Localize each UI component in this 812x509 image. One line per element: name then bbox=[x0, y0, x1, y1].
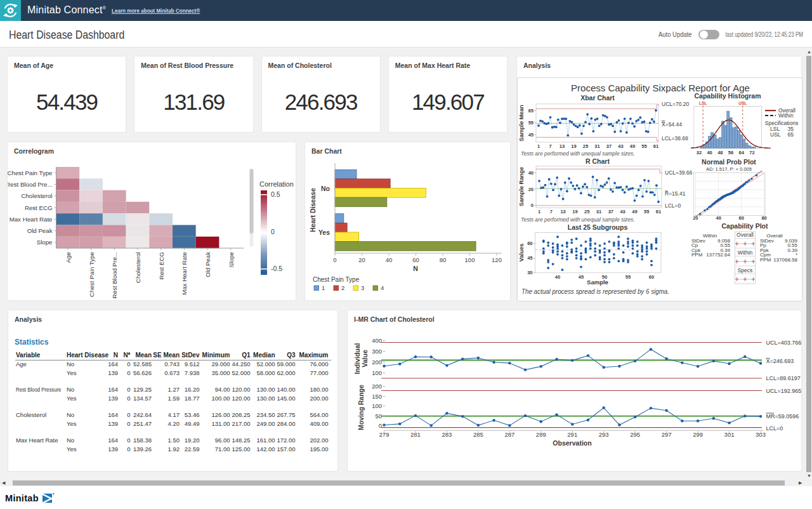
svg-text:100: 100 bbox=[372, 402, 382, 409]
svg-text:1: 1 bbox=[538, 209, 540, 215]
svg-text:283: 283 bbox=[442, 431, 452, 438]
svg-text:400: 400 bbox=[372, 337, 382, 344]
svg-text:Minitab: Minitab bbox=[5, 493, 39, 503]
svg-text:20: 20 bbox=[528, 187, 534, 192]
svg-text:100: 100 bbox=[372, 369, 382, 376]
svg-text:285: 285 bbox=[473, 431, 483, 438]
svg-text:X=54.44: X=54.44 bbox=[662, 121, 682, 128]
svg-text:PPM: PPM bbox=[760, 257, 771, 263]
svg-text:299: 299 bbox=[693, 431, 703, 438]
svg-text:UCL=403.766: UCL=403.766 bbox=[766, 340, 802, 346]
svg-text:303: 303 bbox=[756, 431, 766, 438]
svg-text:PPM: PPM bbox=[691, 252, 703, 258]
svg-text:N: N bbox=[413, 265, 418, 272]
svg-text:1: 1 bbox=[537, 143, 540, 149]
svg-text:65: 65 bbox=[788, 131, 794, 138]
svg-text:40: 40 bbox=[386, 256, 393, 263]
svg-text:4: 4 bbox=[381, 284, 384, 291]
svg-text:65: 65 bbox=[528, 108, 534, 114]
svg-text:Rest Blood Pre...: Rest Blood Pre... bbox=[111, 252, 118, 298]
svg-text:295: 295 bbox=[630, 431, 640, 438]
svg-text:Correlation: Correlation bbox=[259, 180, 294, 188]
svg-text:80: 80 bbox=[761, 215, 766, 221]
svg-text:32: 32 bbox=[697, 150, 702, 155]
svg-text:279: 279 bbox=[379, 431, 390, 438]
svg-text:48: 48 bbox=[717, 150, 723, 155]
svg-text:Cholesterol: Cholesterol bbox=[134, 252, 141, 283]
svg-text:30: 30 bbox=[527, 270, 532, 275]
svg-text:The actual process spread is r: The actual process spread is represented… bbox=[521, 288, 669, 295]
svg-text:Max Heart Rate: Max Heart Rate bbox=[10, 216, 53, 223]
svg-text:Max Heart Rate: Max Heart Rate bbox=[181, 252, 188, 295]
svg-text:20: 20 bbox=[358, 256, 365, 263]
svg-text:60: 60 bbox=[527, 241, 532, 246]
svg-text:Capability Histogram: Capability Histogram bbox=[694, 92, 761, 100]
svg-text:55: 55 bbox=[528, 120, 534, 126]
svg-text:Yes: Yes bbox=[318, 228, 330, 236]
svg-text:Value: Value bbox=[361, 350, 369, 367]
svg-text:UCL=192.965: UCL=192.965 bbox=[766, 388, 802, 394]
svg-text:291: 291 bbox=[567, 431, 577, 438]
svg-text:55: 55 bbox=[644, 209, 649, 215]
svg-text:13: 13 bbox=[560, 143, 565, 149]
svg-text:25: 25 bbox=[584, 209, 589, 215]
svg-text:Rest ECG: Rest ECG bbox=[25, 204, 53, 211]
svg-text:40: 40 bbox=[528, 170, 534, 176]
svg-text:MR=59.0596: MR=59.0596 bbox=[766, 413, 799, 420]
svg-text:60: 60 bbox=[649, 274, 654, 280]
svg-text:-0.5: -0.5 bbox=[271, 265, 282, 272]
svg-text:Overall: Overall bbox=[737, 232, 754, 238]
svg-text:281: 281 bbox=[410, 431, 421, 438]
svg-text:Old Peak: Old Peak bbox=[27, 227, 53, 234]
svg-text:45: 45 bbox=[528, 132, 534, 138]
svg-text:49: 49 bbox=[630, 143, 635, 149]
svg-text:45: 45 bbox=[527, 255, 532, 261]
svg-text:37: 37 bbox=[606, 143, 612, 149]
svg-text:0: 0 bbox=[271, 228, 275, 235]
svg-text:40: 40 bbox=[555, 274, 560, 280]
svg-text:LSL: LSL bbox=[699, 101, 707, 105]
svg-text:Individual: Individual bbox=[353, 343, 361, 374]
svg-text:Old Peak: Old Peak bbox=[204, 252, 211, 277]
svg-text:Observation: Observation bbox=[553, 439, 591, 447]
svg-text:Sample Range: Sample Range bbox=[518, 167, 525, 206]
svg-text:37: 37 bbox=[608, 209, 613, 215]
svg-text:R Chart: R Chart bbox=[586, 157, 610, 165]
svg-text:0: 0 bbox=[333, 256, 336, 263]
svg-text:300: 300 bbox=[372, 348, 382, 355]
svg-text:60: 60 bbox=[412, 256, 419, 263]
svg-text:3: 3 bbox=[361, 284, 364, 291]
svg-text:45: 45 bbox=[579, 274, 584, 280]
svg-text:USL: USL bbox=[770, 131, 781, 138]
svg-text:R=15.41: R=15.41 bbox=[665, 190, 686, 197]
svg-text:Chest Pain Type: Chest Pain Type bbox=[8, 169, 53, 176]
svg-text:150: 150 bbox=[372, 393, 382, 400]
svg-text:2: 2 bbox=[341, 284, 344, 291]
svg-text:7: 7 bbox=[550, 209, 553, 215]
svg-text:Slope: Slope bbox=[37, 239, 53, 246]
svg-text:Sample Mean: Sample Mean bbox=[518, 105, 525, 142]
svg-text:Values: Values bbox=[518, 244, 525, 262]
svg-text:120: 120 bbox=[492, 256, 502, 263]
svg-text:297: 297 bbox=[662, 431, 672, 438]
svg-text:LCL=0: LCL=0 bbox=[665, 202, 681, 209]
svg-text:LCL=89.6197: LCL=89.6197 bbox=[766, 375, 801, 381]
svg-text:Age: Age bbox=[65, 252, 72, 263]
svg-text:25: 25 bbox=[583, 143, 588, 149]
svg-text:20: 20 bbox=[693, 215, 698, 221]
svg-text:Heart Disease: Heart Disease bbox=[309, 188, 317, 232]
svg-text:61: 61 bbox=[656, 209, 661, 215]
svg-text:Rest ECG: Rest ECG bbox=[158, 252, 165, 280]
svg-text:Rest Blood Pre...: Rest Blood Pre... bbox=[8, 181, 53, 188]
svg-text:19: 19 bbox=[571, 143, 576, 149]
svg-text:49: 49 bbox=[632, 209, 637, 215]
svg-text:80: 80 bbox=[440, 256, 447, 263]
svg-text:31: 31 bbox=[594, 143, 599, 149]
svg-text:Moving Range: Moving Range bbox=[357, 385, 365, 430]
svg-text:200: 200 bbox=[372, 383, 382, 390]
svg-text:40: 40 bbox=[716, 215, 721, 221]
svg-text:289: 289 bbox=[536, 431, 546, 438]
svg-text:287: 287 bbox=[504, 431, 514, 438]
svg-text:Normal Prob Plot: Normal Prob Plot bbox=[702, 158, 756, 166]
svg-text:Capability Plot: Capability Plot bbox=[722, 222, 768, 230]
